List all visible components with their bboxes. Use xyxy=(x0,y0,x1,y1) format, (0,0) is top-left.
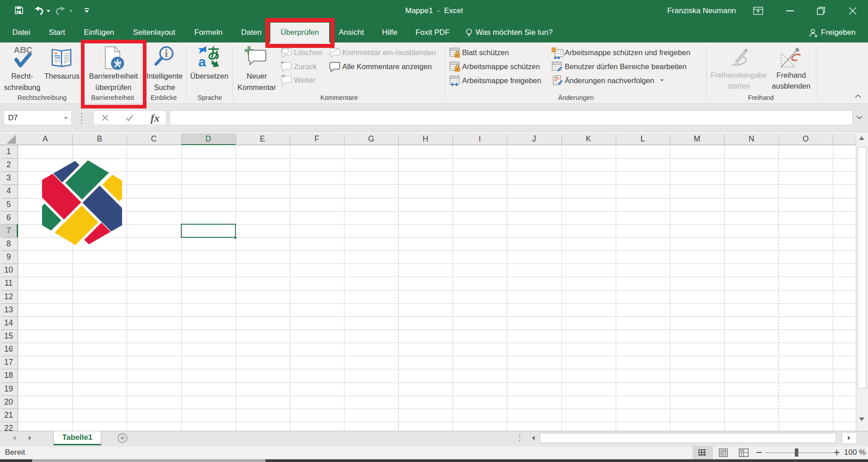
svg-text:a: a xyxy=(198,54,206,69)
